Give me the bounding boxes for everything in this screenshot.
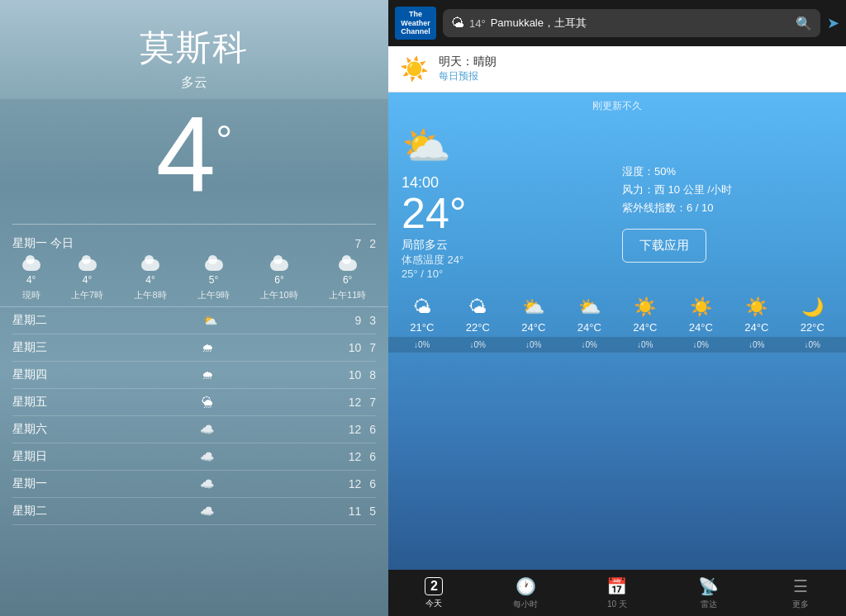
rain-5: ↓0% <box>674 340 729 349</box>
hourly-item-5: 6° 上午11時 <box>329 259 366 301</box>
current-right: 湿度：50% 风力：西 10 公里 /小时 紫外线指数：6 / 10 下载应用 <box>622 123 833 263</box>
icon-1: 🌧 <box>66 341 349 354</box>
nav-radar[interactable]: 📡 雷达 <box>663 570 754 616</box>
update-text: 刚更新不久 <box>388 92 846 116</box>
hourly-temp-3: 5° <box>209 274 218 286</box>
rain-1: ↓0% <box>451 340 506 349</box>
hourly-temp-0: 4° <box>26 274 36 286</box>
nav-today-label: 今天 <box>425 598 442 609</box>
hourly-icon-6: ☀️ <box>745 296 768 318</box>
current-range: 25° / 10° <box>402 268 612 280</box>
nav-10day-label: 10 天 <box>607 599 627 610</box>
icon-6: ☁️ <box>66 477 349 490</box>
hourly-scroll-area: 🌤 21°C 🌤 22°C ⛅ 24°C ⛅ 24°C ☀️ 24°C <box>388 287 846 359</box>
nav-hourly-label: 每小时 <box>513 599 538 610</box>
hourly-time-3: 上午9時 <box>197 289 230 301</box>
search-cloud-icon: 🌤 <box>451 16 464 31</box>
icon-7: ☁️ <box>66 505 349 518</box>
hourly-icon-1: 🌤 <box>468 296 487 318</box>
hourly-col-2: ⛅ 24°C <box>506 293 561 337</box>
hourly-col-0: 🌤 21°C <box>395 293 449 337</box>
cloud-icon-5 <box>339 259 357 271</box>
hourly-col-5: ☀️ 24°C <box>674 293 729 337</box>
bottom-nav: 2 今天 🕐 每小时 📅 10 天 📡 雷达 ☰ 更多 <box>388 570 846 616</box>
daily-item-1: 星期三 🌧 107 <box>12 334 376 362</box>
hourly-time-0: 現時 <box>22 289 40 301</box>
hourly-time-2: 上午8時 <box>134 289 166 301</box>
hourly-icon-2: ⛅ <box>522 296 544 318</box>
download-button[interactable]: 下载应用 <box>622 229 706 263</box>
nav-more[interactable]: ☰ 更多 <box>754 570 846 616</box>
today-header: 星期一 今日 7 2 <box>0 233 388 254</box>
tomorrow-link[interactable]: 每日预报 <box>439 69 497 83</box>
icon-4: ☁️ <box>66 423 349 436</box>
city-condition: 多云 <box>0 74 388 92</box>
day-2: 星期四 <box>12 367 66 382</box>
city-section: 莫斯科 多云 <box>0 0 388 92</box>
current-desc: 局部多云 <box>402 238 612 253</box>
search-icon[interactable]: 🔍 <box>796 16 812 31</box>
cloud-icon-3 <box>205 259 223 271</box>
navigation-icon[interactable]: ➤ <box>827 14 839 32</box>
nav-more-icon: ☰ <box>793 576 808 596</box>
tomorrow-text: 明天：晴朗 每日预报 <box>439 54 497 83</box>
hourly-icon-3: ⛅ <box>578 296 601 318</box>
hourly-temp-right-3: 24°C <box>577 321 601 334</box>
temps-2: 108 <box>349 368 376 381</box>
day-0: 星期二 <box>12 313 66 328</box>
tomorrow-sun-icon: ☀️ <box>400 55 429 83</box>
cloud-icon-0 <box>22 259 40 271</box>
tomorrow-strip: ☀️ 明天：晴朗 每日预报 <box>388 46 846 92</box>
day-3: 星期五 <box>12 395 66 410</box>
hourly-icon-7: 🌙 <box>801 296 824 318</box>
rain-3: ↓0% <box>563 340 617 349</box>
hourly-time-4: 上午10時 <box>260 289 297 301</box>
temps-1: 107 <box>349 341 376 354</box>
cloud-icon-2 <box>141 259 159 271</box>
hourly-temp-right-4: 24°C <box>633 321 657 334</box>
weather-channel-logo: The Weather Channel <box>395 7 436 40</box>
hourly-row: 4° 現時 4° 上午7時 4° 上午8時 5° 上午9時 6° 上午10時 6… <box>0 254 388 307</box>
hourly-temp-1: 4° <box>83 274 92 286</box>
day-7: 星期二 <box>12 504 66 519</box>
hourly-temp-5: 6° <box>343 274 352 286</box>
icon-3: 🌦 <box>66 396 349 409</box>
daily-item-6: 星期一 ☁️ 126 <box>12 471 376 498</box>
current-temp-big: 24° <box>402 192 612 235</box>
hourly-temp-right-0: 21°C <box>410 321 434 334</box>
tomorrow-label: 明天：晴朗 <box>439 54 497 69</box>
hourly-item-1: 4° 上午7時 <box>71 259 103 301</box>
temps-3: 127 <box>349 396 376 409</box>
hourly-col-7: 🌙 22°C <box>786 293 840 337</box>
daily-item-0: 星期二 ⛅ 93 <box>12 307 376 334</box>
hourly-item-3: 5° 上午9時 <box>197 259 230 301</box>
rain-0: ↓0% <box>395 340 449 349</box>
city-name: 莫斯科 <box>0 25 388 71</box>
hourly-icon-5: ☀️ <box>690 296 712 318</box>
search-bar[interactable]: 🌤 14° Pamukkale，土耳其 🔍 <box>443 9 820 37</box>
nav-10day-icon: 📅 <box>606 576 627 596</box>
daily-item-3: 星期五 🌦 127 <box>12 389 376 416</box>
hourly-temp-right-2: 24°C <box>521 321 545 334</box>
degree-symbol: ° <box>216 117 232 163</box>
search-temp: 14° <box>469 17 486 30</box>
icon-5: ☁️ <box>66 450 349 463</box>
daily-item-7: 星期二 ☁️ 115 <box>12 498 376 525</box>
nav-today[interactable]: 2 今天 <box>388 570 480 616</box>
humidity-line: 湿度：50% <box>622 164 833 179</box>
temps-7: 115 <box>349 505 376 518</box>
temps-5: 126 <box>349 450 376 463</box>
nav-hourly[interactable]: 🕐 每小时 <box>480 570 572 616</box>
rain-7: ↓0% <box>786 340 840 349</box>
current-feels: 体感温度 24° <box>402 253 612 268</box>
daily-item-2: 星期四 🌧 108 <box>12 362 376 389</box>
rain-6: ↓0% <box>730 340 784 349</box>
nav-10day[interactable]: 📅 10 天 <box>572 570 663 616</box>
hourly-temp-2: 4° <box>145 274 154 286</box>
hourly-item-0: 4° 現時 <box>22 259 40 301</box>
top-bar: The Weather Channel 🌤 14° Pamukkale，土耳其 … <box>388 0 846 46</box>
current-weather-icon: ⛅ <box>402 123 612 169</box>
divider <box>12 224 376 225</box>
temps-4: 126 <box>349 423 376 436</box>
uv-line: 紫外线指数：6 / 10 <box>622 201 833 216</box>
